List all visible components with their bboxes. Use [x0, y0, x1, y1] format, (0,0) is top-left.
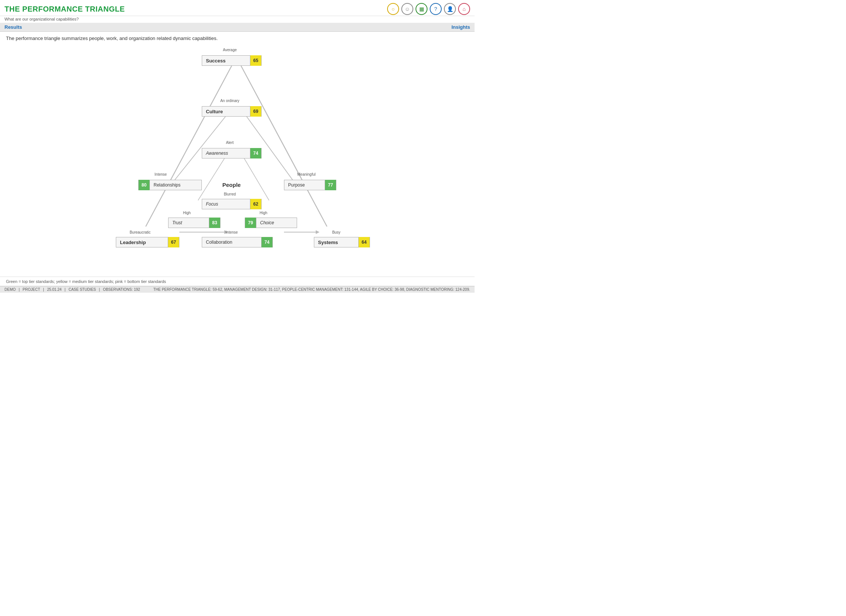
trust-score: 83: [209, 218, 220, 228]
header-icons: ○ ☺ ▦ ? 👤 ⌂: [387, 3, 470, 15]
relationships-label: Relationships: [150, 182, 201, 188]
question-icon[interactable]: ?: [430, 3, 442, 15]
node-success[interactable]: Success 65: [202, 55, 262, 66]
person-icon[interactable]: 👤: [444, 3, 456, 15]
culture-label: Culture: [202, 109, 250, 114]
choice-score: 79: [245, 218, 256, 228]
purpose-label: Purpose: [284, 182, 325, 188]
node-awareness[interactable]: Awareness 74: [202, 148, 262, 158]
node-systems[interactable]: Systems 64: [314, 237, 370, 247]
annotation-relationships: Intense: [138, 172, 183, 176]
collaboration-score: 74: [261, 237, 272, 247]
people-label: People: [222, 182, 241, 188]
footer-right-text: THE PERFORMANCE TRIANGLE: 59-62, MANAGEM…: [153, 287, 470, 292]
systems-score: 64: [358, 237, 370, 247]
systems-label: Systems: [314, 240, 358, 245]
relationships-score: 80: [139, 180, 150, 190]
app-title: THE PERFORMANCE TRIANGLE: [4, 5, 125, 13]
awareness-label: Awareness: [202, 151, 250, 156]
footer-sep2: |: [43, 287, 44, 292]
node-focus[interactable]: Focus 62: [202, 199, 262, 209]
diagram-area: Average Success 65 An ordinary Culture 6…: [0, 43, 475, 275]
footer-sep4: |: [99, 287, 100, 292]
annotation-focus: Blurred: [204, 192, 256, 196]
node-choice[interactable]: 79 Choice: [245, 218, 297, 228]
footer-observations: OBSERVATIONS: 192: [103, 287, 140, 292]
node-leadership[interactable]: Leadership 67: [116, 237, 179, 247]
footer-legend: Green = top tier standards; yellow = med…: [0, 277, 475, 286]
home-icon[interactable]: ⌂: [458, 3, 470, 15]
annotation-purpose: Meaningful: [284, 172, 329, 176]
annotation-collaboration: Intense: [204, 230, 260, 234]
footer-bar: DEMO | PROJECT | 25.01.24 | CASE STUDIES…: [0, 286, 475, 293]
footer-left: DEMO | PROJECT | 25.01.24 | CASE STUDIES…: [4, 287, 140, 292]
circle-icon[interactable]: ○: [387, 3, 399, 15]
success-score: 65: [250, 55, 261, 66]
node-collaboration[interactable]: Collaboration 74: [202, 237, 273, 247]
choice-label: Choice: [256, 220, 297, 225]
header: THE PERFORMANCE TRIANGLE ○ ☺ ▦ ? 👤 ⌂: [0, 0, 475, 16]
node-trust[interactable]: Trust 83: [168, 218, 220, 228]
node-purpose[interactable]: Purpose 77: [284, 180, 336, 190]
node-culture[interactable]: Culture 69: [202, 106, 262, 117]
annotation-success: Average: [204, 48, 256, 52]
nav-bar: Results Insights: [0, 23, 475, 32]
annotation-awareness: Alert: [204, 141, 256, 145]
annotation-trust: High: [168, 211, 206, 215]
footer-demo: DEMO: [4, 287, 16, 292]
focus-label: Focus: [202, 201, 250, 207]
collaboration-label: Collaboration: [202, 240, 261, 245]
leadership-score: 67: [168, 237, 179, 247]
subtitle: What are our organizational capabilities…: [0, 16, 475, 23]
annotation-leadership: Bureaucratic: [116, 230, 164, 234]
nav-insights[interactable]: Insights: [451, 24, 470, 30]
success-label: Success: [202, 58, 250, 64]
focus-score: 62: [250, 199, 261, 209]
footer-right: THE PERFORMANCE TRIANGLE: 59-62, MANAGEM…: [153, 287, 470, 292]
footer-sep1: |: [19, 287, 20, 292]
footer-date: 25.01.24: [47, 287, 62, 292]
footer-sep3: |: [65, 287, 66, 292]
nav-results[interactable]: Results: [4, 24, 22, 30]
awareness-score: 74: [250, 148, 261, 158]
annotation-culture: An ordinary: [204, 99, 256, 103]
node-relationships[interactable]: 80 Relationships: [138, 180, 202, 190]
trust-label: Trust: [169, 220, 209, 225]
purpose-score: 77: [325, 180, 336, 190]
culture-score: 69: [250, 106, 261, 117]
annotation-choice: High: [245, 211, 282, 215]
annotation-systems: Busy: [314, 230, 359, 234]
description: The performance triangle summarizes peop…: [0, 32, 475, 43]
footer-case-studies: CASE STUDIES: [68, 287, 96, 292]
barchart-icon[interactable]: ▦: [416, 3, 427, 15]
face-icon[interactable]: ☺: [401, 3, 413, 15]
leadership-label: Leadership: [116, 240, 168, 245]
footer-project: PROJECT: [23, 287, 40, 292]
